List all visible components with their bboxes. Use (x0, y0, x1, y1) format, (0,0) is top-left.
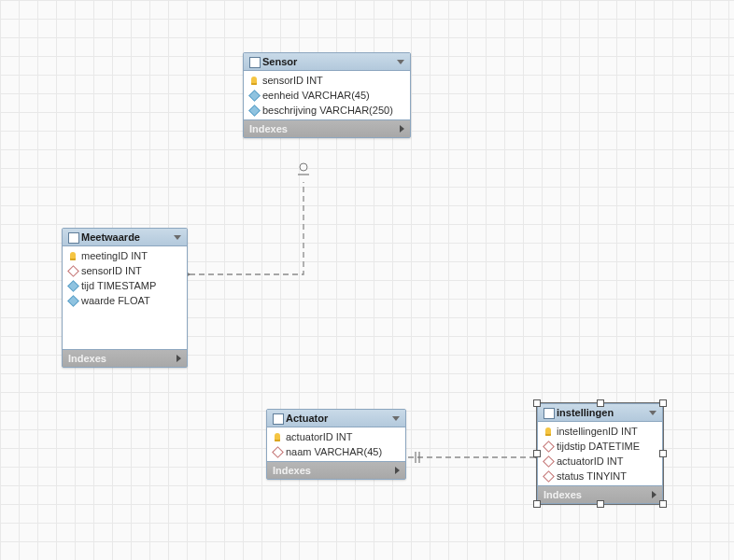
indexes-section[interactable]: Indexes (267, 461, 405, 479)
chevron-right-icon (395, 467, 400, 474)
column-row[interactable]: sensorID INT (63, 263, 187, 278)
ring-icon (543, 441, 553, 451)
entity-header[interactable]: Actuator (267, 410, 405, 427)
indexes-label: Indexes (249, 123, 288, 134)
column-row[interactable]: instellingenID INT (538, 424, 662, 439)
ring-icon (543, 471, 553, 481)
column-row[interactable]: meetingID INT (63, 248, 187, 263)
chevron-right-icon (176, 355, 181, 362)
table-icon (68, 232, 78, 242)
primary-key-icon (68, 251, 78, 260)
table-icon (249, 57, 259, 66)
selection-handle[interactable] (533, 500, 541, 508)
selection-handle[interactable] (659, 399, 667, 407)
column-row[interactable]: status TINYINT (538, 469, 662, 483)
indexes-section[interactable]: Indexes (63, 349, 187, 367)
selection-handle[interactable] (533, 450, 541, 457)
entity-sensor[interactable]: SensorsensorID INTeenheid VARCHAR(45)bes… (243, 52, 411, 138)
entity-columns: sensorID INTeenheid VARCHAR(45)beschrijv… (244, 71, 410, 119)
entity-title: Meetwaarde (81, 231, 170, 243)
entity-columns: actuatorID INTnaam VARCHAR(45) (267, 427, 405, 461)
diamond-icon (68, 281, 78, 290)
chevron-down-icon[interactable] (174, 235, 181, 240)
entity-header[interactable]: Sensor (244, 53, 410, 71)
column-row[interactable]: tijdstip DATETIME (538, 439, 662, 454)
ring-icon (273, 447, 282, 456)
entity-title: Actuator (286, 413, 388, 424)
selection-handle[interactable] (597, 500, 604, 508)
selection-handle[interactable] (597, 399, 604, 407)
entity-columns: instellingenID INTtijdstip DATETIMEactua… (538, 422, 662, 485)
entity-title: Sensor (262, 56, 393, 67)
indexes-label: Indexes (543, 489, 582, 500)
primary-key-icon (543, 427, 553, 436)
column-label: eenheid VARCHAR(45) (262, 90, 370, 101)
entity-title: instellingen (557, 407, 645, 418)
column-label: meetingID INT (81, 250, 148, 261)
erd-canvas[interactable]: SensorsensorID INTeenheid VARCHAR(45)bes… (0, 0, 734, 560)
table-icon (273, 413, 282, 423)
svg-point-5 (300, 163, 307, 171)
column-row[interactable]: sensorID INT (244, 73, 410, 88)
column-label: tijdstip DATETIME (557, 441, 640, 452)
diamond-icon (249, 91, 259, 100)
chevron-down-icon[interactable] (649, 411, 656, 415)
column-row[interactable]: actuatorID INT (267, 429, 405, 444)
selection-handle[interactable] (659, 500, 667, 508)
chevron-down-icon[interactable] (397, 60, 404, 64)
column-label: naam VARCHAR(45) (286, 446, 382, 457)
entity-header[interactable]: Meetwaarde (63, 229, 187, 246)
column-label: beschrijving VARCHAR(250) (262, 105, 393, 116)
chevron-down-icon[interactable] (392, 416, 400, 421)
table-icon (543, 408, 553, 417)
diamond-icon (249, 105, 259, 115)
column-label: actuatorID INT (286, 431, 353, 442)
column-label: sensorID INT (81, 265, 142, 276)
column-row[interactable]: naam VARCHAR(45) (267, 444, 405, 459)
indexes-section[interactable]: Indexes (244, 119, 410, 137)
column-label: waarde FLOAT (81, 295, 150, 306)
entity-meetwaarde[interactable]: MeetwaardemeetingID INTsensorID INTtijd … (62, 228, 188, 368)
selection-handle[interactable] (533, 399, 541, 407)
column-row[interactable]: tijd TIMESTAMP (63, 278, 187, 293)
indexes-label: Indexes (273, 465, 311, 476)
primary-key-icon (273, 432, 282, 441)
column-label: tijd TIMESTAMP (81, 280, 156, 291)
primary-key-icon (249, 76, 259, 85)
column-label: sensorID INT (262, 75, 323, 86)
chevron-right-icon (400, 125, 404, 133)
chevron-right-icon (652, 491, 656, 498)
column-row[interactable]: beschrijving VARCHAR(250) (244, 103, 410, 118)
column-row[interactable]: eenheid VARCHAR(45) (244, 88, 410, 103)
selection-handle[interactable] (659, 450, 667, 457)
relationship-line[interactable] (190, 182, 303, 274)
column-row[interactable]: waarde FLOAT (63, 293, 187, 308)
column-row[interactable]: actuatorID INT (538, 454, 662, 469)
column-label: actuatorID INT (557, 455, 624, 467)
entity-actuator[interactable]: ActuatoractuatorID INTnaam VARCHAR(45)In… (266, 409, 406, 480)
entity-instellingen[interactable]: instellingeninstellingenID INTtijdstip D… (537, 403, 663, 504)
entity-columns: meetingID INTsensorID INTtijd TIMESTAMPw… (63, 246, 187, 349)
ring-icon (68, 266, 78, 275)
ring-icon (543, 456, 553, 466)
diamond-icon (68, 296, 78, 305)
indexes-label: Indexes (68, 353, 106, 364)
column-label: instellingenID INT (557, 426, 638, 437)
column-label: status TINYINT (557, 470, 627, 482)
